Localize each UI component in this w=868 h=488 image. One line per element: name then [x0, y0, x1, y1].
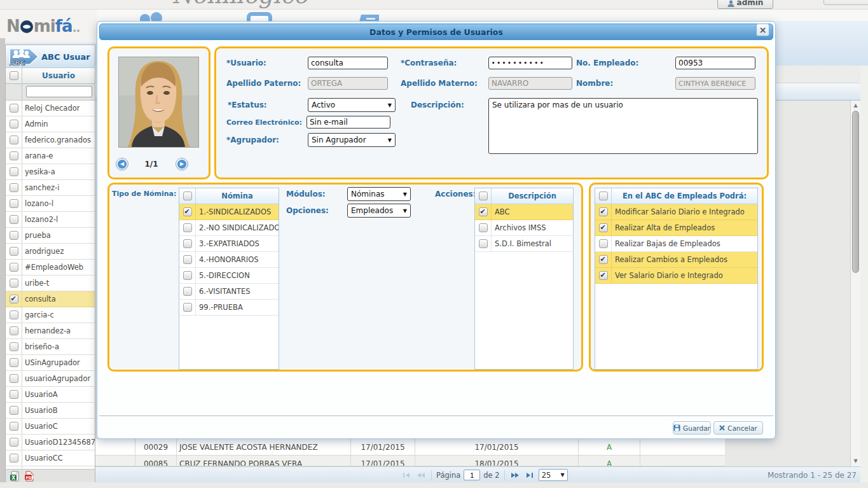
- dialog-close-button[interactable]: ×: [756, 24, 769, 36]
- page-size-select[interactable]: 25▼: [539, 469, 568, 481]
- user-row[interactable]: usuarioAgrupador: [6, 371, 95, 387]
- user-checkbox[interactable]: [10, 279, 18, 288]
- page-input[interactable]: [464, 470, 480, 480]
- nomina-checkbox[interactable]: [183, 207, 192, 216]
- accion-row[interactable]: Archivos IMSS: [475, 220, 573, 236]
- user-row[interactable]: arana-e: [6, 148, 95, 164]
- grid-row[interactable]: 00085 CRUZ FERNANDO PORRAS VERA 17/01/20…: [95, 456, 725, 466]
- user-checkbox[interactable]: [10, 104, 18, 113]
- scroll-down-arrow[interactable]: ▼: [851, 456, 860, 466]
- first-page-icon[interactable]: [401, 470, 412, 480]
- user-search-input[interactable]: [26, 86, 92, 97]
- user-checkbox[interactable]: [10, 183, 18, 192]
- modulos-select[interactable]: Nóminas▼: [347, 187, 411, 201]
- nomina-row[interactable]: 2.-NO SINDICALIZADO: [179, 220, 279, 236]
- admin-button[interactable]: admin: [717, 0, 773, 9]
- nomina-row[interactable]: 6.-VISITANTES: [179, 284, 279, 300]
- photo-prev-button[interactable]: ◀: [116, 158, 128, 171]
- cutoff-button[interactable]: [823, 0, 868, 5]
- save-button[interactable]: Guardar: [673, 421, 711, 435]
- user-row[interactable]: lozano2-l: [6, 212, 95, 228]
- nomina-row[interactable]: 1.-SINDICALIZADOS: [179, 204, 279, 220]
- nomina-row[interactable]: 99.-PRUEBA: [179, 300, 279, 316]
- prev-page-icon[interactable]: [415, 470, 427, 480]
- grid-vertical-scrollbar[interactable]: ▲ ▼: [850, 101, 860, 466]
- user-checkbox[interactable]: [10, 406, 18, 415]
- user-checkbox[interactable]: [10, 199, 18, 208]
- user-row[interactable]: UsuarioA: [6, 387, 95, 403]
- user-checkbox[interactable]: [10, 231, 18, 240]
- user-row[interactable]: prueba: [6, 228, 95, 244]
- user-checkbox[interactable]: [10, 422, 18, 431]
- scroll-thumb[interactable]: [852, 111, 859, 273]
- user-checkbox[interactable]: [10, 263, 18, 272]
- user-row[interactable]: federico.granados: [6, 132, 95, 148]
- accion-checkbox[interactable]: [479, 223, 488, 232]
- scroll-up-arrow[interactable]: ▲: [851, 101, 860, 111]
- user-row[interactable]: sanchez-i: [6, 180, 95, 196]
- user-row[interactable]: #EmpleadoWeb: [6, 260, 95, 275]
- descripcion-textarea[interactable]: Se utilizara por mas de un usuario: [488, 98, 758, 154]
- correo-input[interactable]: Sin e-mail: [307, 116, 390, 129]
- permiso-checkbox[interactable]: [599, 207, 608, 216]
- dialog-titlebar[interactable]: Datos y Permisos de Usuarios: [99, 24, 773, 40]
- toolbar-report-icon[interactable]: [354, 10, 383, 21]
- user-checkbox[interactable]: [10, 136, 18, 144]
- user-row[interactable]: UsuarioD12345687: [6, 435, 95, 450]
- nomina-checkbox[interactable]: [183, 303, 192, 312]
- nomina-select-all-checkbox[interactable]: [183, 192, 192, 200]
- user-checkbox[interactable]: [10, 247, 18, 256]
- user-row[interactable]: uribe-t: [6, 275, 95, 291]
- user-checkbox[interactable]: [10, 310, 18, 319]
- user-checkbox[interactable]: [10, 374, 18, 383]
- user-row[interactable]: Reloj Checador: [6, 101, 95, 116]
- nomina-checkbox[interactable]: [183, 239, 192, 248]
- user-checkbox[interactable]: [10, 295, 18, 303]
- user-checkbox[interactable]: [10, 358, 18, 367]
- accion-checkbox[interactable]: [479, 207, 488, 216]
- permiso-row[interactable]: Modificar Salario Diario e Integrado: [595, 204, 757, 220]
- user-row[interactable]: Admin: [6, 116, 95, 132]
- nomina-checkbox[interactable]: [183, 255, 192, 264]
- permiso-row[interactable]: Realizar Alta de Empleados: [595, 220, 757, 236]
- nomina-checkbox[interactable]: [183, 223, 192, 232]
- user-checkbox[interactable]: [10, 120, 18, 129]
- permiso-row[interactable]: Realizar Cambios a Empleados: [595, 252, 757, 268]
- toolbar-monitor-icon[interactable]: [245, 10, 274, 21]
- permiso-checkbox[interactable]: [599, 223, 608, 232]
- user-row[interactable]: arodriguez: [6, 244, 95, 260]
- permiso-row[interactable]: Ver Salario Diario e Integrado: [595, 268, 757, 284]
- permiso-checkbox[interactable]: [599, 239, 608, 248]
- nomina-checkbox[interactable]: [183, 287, 192, 296]
- acciones-select-all-checkbox[interactable]: [479, 192, 488, 200]
- user-checkbox[interactable]: [10, 326, 18, 335]
- last-page-icon[interactable]: [524, 470, 535, 480]
- contrasena-input[interactable]: ••••••••••: [488, 57, 572, 69]
- nomina-row[interactable]: 4.-HONORARIOS: [179, 252, 279, 268]
- estatus-select[interactable]: Activo▼: [308, 98, 396, 112]
- accion-row[interactable]: ABC: [475, 204, 573, 220]
- export-excel-icon[interactable]: X: [10, 471, 20, 482]
- user-checkbox[interactable]: [10, 390, 18, 399]
- toolbar-users-icon[interactable]: [135, 10, 166, 21]
- select-all-checkbox[interactable]: [10, 71, 18, 80]
- permiso-checkbox[interactable]: [599, 271, 608, 280]
- permiso-checkbox[interactable]: [599, 255, 608, 264]
- user-checkbox[interactable]: [10, 151, 18, 160]
- cancel-button[interactable]: Cancelar: [713, 421, 763, 435]
- user-row[interactable]: lozano-l: [6, 196, 95, 212]
- export-pdf-icon[interactable]: PDF: [24, 471, 34, 482]
- permisos-select-all-checkbox[interactable]: [599, 192, 608, 200]
- user-checkbox[interactable]: [10, 454, 18, 463]
- nomina-row[interactable]: 5.-DIRECCION: [179, 268, 279, 284]
- user-row[interactable]: UsuarioC: [6, 419, 95, 435]
- accion-checkbox[interactable]: [479, 239, 488, 248]
- user-row[interactable]: consulta: [6, 291, 95, 307]
- sidebar-column-header[interactable]: Usuario: [6, 68, 95, 84]
- user-row[interactable]: yesika-a: [6, 164, 95, 180]
- user-row[interactable]: UsuarioCC: [6, 450, 95, 466]
- opciones-select[interactable]: Empleados▼: [347, 204, 411, 218]
- user-row[interactable]: UsuarioB: [6, 403, 95, 419]
- user-row[interactable]: garcia-c: [6, 307, 95, 323]
- next-page-icon[interactable]: [509, 470, 521, 480]
